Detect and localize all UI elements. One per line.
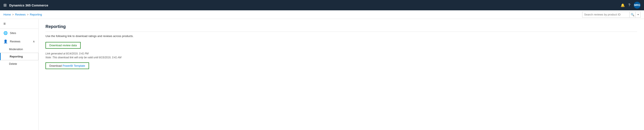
download-review-data-button[interactable]: Download review data	[46, 42, 81, 49]
sidebar-item-reviews[interactable]: 👤 Reviews ∧	[0, 37, 38, 46]
app-title: Dynamics 365 Commerce	[9, 4, 48, 7]
sidebar-item-sites[interactable]: 🌐 Sites	[0, 29, 38, 37]
reviews-icon: 👤	[4, 39, 8, 43]
waffle-icon[interactable]: ⊞	[4, 3, 7, 8]
reviews-header-left: 👤 Reviews	[4, 39, 20, 43]
search-dropdown-button[interactable]: ▾	[636, 12, 640, 18]
powerbi-prefix: Download	[49, 64, 62, 67]
sidebar-item-moderation[interactable]: Moderation	[0, 46, 38, 53]
sidebar-item-reporting[interactable]: Reporting	[0, 53, 38, 60]
link-note-text: Note: This download link will only be va…	[46, 56, 637, 59]
delete-label: Delete	[9, 62, 17, 66]
sidebar-reviews-label: Reviews	[10, 40, 20, 43]
powerbi-template-link[interactable]: PowerBI Template	[62, 64, 85, 67]
search-button[interactable]: 🔍	[630, 12, 636, 18]
search-input[interactable]	[582, 12, 630, 18]
help-icon[interactable]: ?	[628, 3, 630, 7]
link-generated-text: Link generated at 8/14/2019, 3:41 PM	[46, 52, 637, 55]
download-powerbi-button[interactable]: Download PowerBI Template	[46, 62, 89, 69]
globe-icon: 🌐	[4, 31, 8, 35]
breadcrumb-reviews[interactable]: Reviews	[15, 13, 26, 16]
sidebar-item-delete[interactable]: Delete	[0, 60, 38, 67]
topbar-left: ⊞ Dynamics 365 Commerce	[4, 3, 48, 8]
sidebar-sites-label: Sites	[10, 31, 16, 35]
search-area: 🔍 ▾	[582, 12, 640, 18]
breadcrumb-home[interactable]: Home	[4, 13, 11, 16]
reporting-label: Reporting	[10, 55, 23, 58]
topbar-right: 🔔 ? MRG	[620, 2, 640, 9]
moderation-label: Moderation	[9, 48, 23, 51]
chevron-up-icon: ∧	[33, 40, 35, 43]
breadcrumb-sep-2: >	[27, 13, 28, 16]
breadcrumb: Home > Reviews > Reporting	[4, 13, 42, 16]
main-layout: ≡ 🌐 Sites 👤 Reviews ∧ Moderation Reporti…	[0, 19, 644, 130]
avatar[interactable]: MRG	[634, 2, 640, 9]
breadcrumb-bar: Home > Reviews > Reporting 🔍 ▾	[0, 10, 644, 19]
breadcrumb-sep-1: >	[12, 13, 14, 16]
content-description: Use the following link to download ratin…	[46, 34, 637, 38]
breadcrumb-current: Reporting	[30, 13, 42, 16]
topbar: ⊞ Dynamics 365 Commerce 🔔 ? MRG	[0, 0, 644, 10]
notification-icon[interactable]: 🔔	[620, 3, 625, 7]
page-title: Reporting	[46, 24, 637, 32]
content-area: Reporting Use the following link to down…	[38, 19, 644, 130]
sidebar-toggle[interactable]: ≡	[0, 19, 38, 29]
sidebar: ≡ 🌐 Sites 👤 Reviews ∧ Moderation Reporti…	[0, 19, 38, 130]
